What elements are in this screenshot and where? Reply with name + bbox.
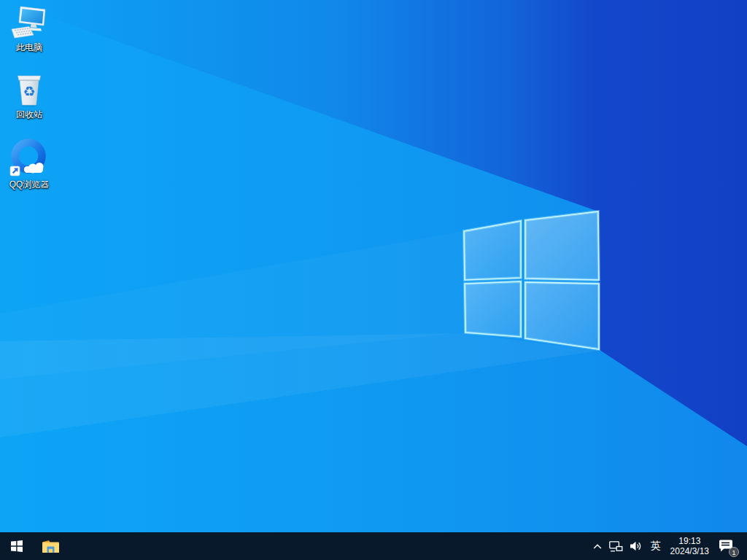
- desktop-icon-label: QQ浏览器: [9, 179, 50, 190]
- clock-time: 19:13: [678, 536, 700, 546]
- clock-date: 2024/3/13: [670, 546, 709, 556]
- qq-browser-icon: [9, 139, 50, 178]
- desktop-icon-label: 回收站: [16, 109, 42, 120]
- volume-button[interactable]: [627, 532, 646, 560]
- action-center-button[interactable]: 1: [713, 532, 740, 560]
- wallpaper-windows-logo: [0, 0, 747, 532]
- notification-badge: 1: [729, 547, 739, 557]
- clock[interactable]: 19:13 2024/3/13: [666, 532, 713, 560]
- desktop-icon-recycle-bin[interactable]: ♻ 回收站: [1, 73, 57, 120]
- desktop: 此电脑 ♻ 回收站: [0, 0, 747, 532]
- this-pc-icon: [11, 6, 47, 41]
- speaker-icon: [630, 541, 642, 551]
- windows-start-icon: [11, 540, 23, 552]
- file-explorer-icon: [42, 538, 60, 554]
- system-tray: 英 19:13 2024/3/13 1: [589, 532, 747, 560]
- file-explorer-button[interactable]: [34, 532, 67, 560]
- start-button[interactable]: [0, 532, 34, 560]
- recycle-bin-icon: ♻: [13, 73, 45, 108]
- input-method-indicator[interactable]: 英: [646, 532, 666, 560]
- chevron-up-icon: [593, 543, 602, 550]
- desktop-icon-this-pc[interactable]: 此电脑: [1, 6, 57, 52]
- recycle-symbol: ♻: [23, 84, 35, 99]
- desktop-icon-qq-browser[interactable]: QQ浏览器: [1, 139, 57, 190]
- network-status-button[interactable]: [605, 532, 627, 560]
- taskbar: 英 19:13 2024/3/13 1: [0, 532, 747, 560]
- ethernet-network-icon: [609, 541, 623, 552]
- tray-chevron-up-button[interactable]: [589, 532, 605, 560]
- shortcut-arrow-overlay: [10, 166, 20, 176]
- desktop-icon-label: 此电脑: [16, 42, 42, 52]
